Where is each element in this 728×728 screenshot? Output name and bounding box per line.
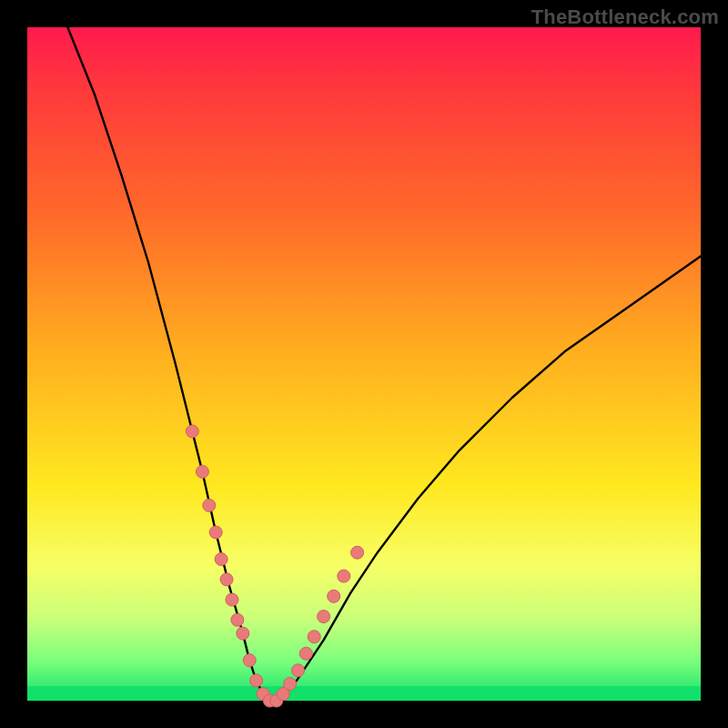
curve-marker — [209, 526, 222, 539]
curve-marker — [318, 611, 330, 623]
curve-marker — [237, 627, 249, 640]
watermark-text: TheBottleneck.com — [531, 5, 719, 29]
curve-marker — [284, 678, 297, 691]
curve-marker — [328, 590, 340, 602]
curve-marker — [250, 674, 263, 687]
curve-marker — [186, 425, 198, 438]
curve-marker — [226, 593, 238, 606]
chart-frame: TheBottleneck.com — [0, 0, 728, 728]
curve-marker — [299, 647, 312, 660]
curve-marker — [220, 573, 233, 586]
curve-marker — [203, 499, 216, 511]
curve-marker — [338, 570, 350, 582]
highlighted-points — [186, 425, 363, 707]
curve-marker — [308, 631, 320, 643]
chart-svg — [27, 27, 701, 701]
curve-marker — [291, 664, 304, 677]
curve-marker — [243, 654, 256, 667]
plot-area — [27, 27, 701, 701]
curve-marker — [351, 546, 364, 559]
curve-marker — [231, 613, 244, 626]
curve-marker — [215, 553, 228, 566]
bottleneck-curve — [67, 27, 701, 701]
curve-marker — [196, 465, 208, 478]
